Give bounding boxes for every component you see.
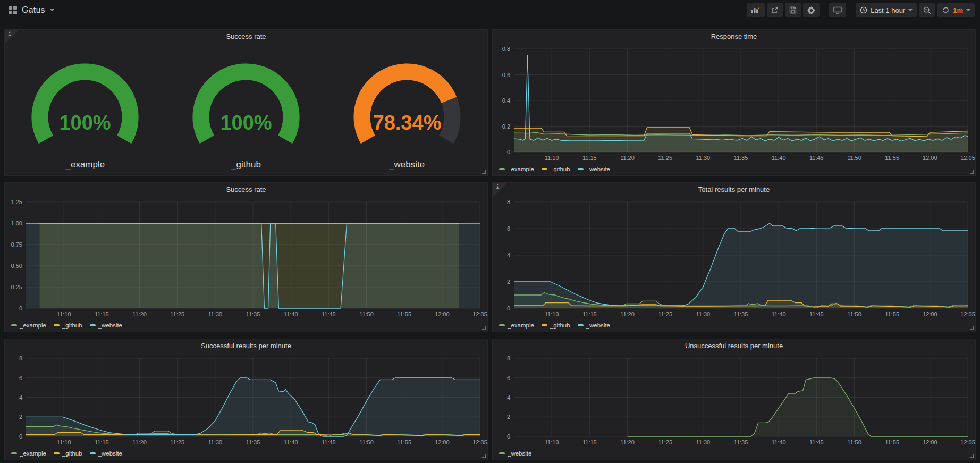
panel-title[interactable]: Success rate — [5, 183, 487, 197]
svg-text:8: 8 — [19, 355, 22, 361]
legend-series-name: _github — [62, 450, 82, 457]
svg-text:8: 8 — [507, 355, 510, 361]
unsuccessful-results-chart[interactable]: 0246811:1011:1511:2011:2511:3011:3511:40… — [495, 353, 973, 447]
legend-item[interactable]: _github — [542, 322, 570, 329]
gauge-label: _example — [65, 159, 105, 170]
svg-text:0: 0 — [19, 433, 22, 440]
svg-text:11:10: 11:10 — [545, 311, 559, 317]
legend-series-color-icon — [499, 452, 505, 454]
panel-title[interactable]: Unsuccessful results per minute — [493, 339, 975, 353]
svg-text:0.8: 0.8 — [502, 46, 510, 52]
svg-text:11:15: 11:15 — [582, 311, 597, 317]
svg-text:12:05: 12:05 — [472, 439, 487, 445]
svg-text:11:45: 11:45 — [809, 439, 824, 445]
gauge: 100%_github — [166, 45, 327, 170]
chart-svg: 0246811:1011:1511:2011:2511:3011:3511:40… — [7, 353, 485, 447]
add-panel-button[interactable] — [747, 3, 765, 17]
info-icon: i — [496, 184, 500, 190]
svg-text:11:25: 11:25 — [658, 311, 672, 317]
tv-mode-button[interactable] — [829, 3, 846, 17]
legend-series-color-icon — [578, 324, 584, 326]
legend-item[interactable]: _website — [90, 322, 122, 329]
save-icon — [789, 6, 797, 14]
legend-item[interactable]: _website — [578, 322, 610, 329]
clock-icon — [860, 6, 867, 14]
legend-item[interactable]: _example — [11, 322, 46, 329]
panel-info-corner[interactable]: i — [493, 183, 507, 197]
legend-item[interactable]: _website — [499, 450, 531, 457]
svg-text:2: 2 — [19, 414, 22, 420]
svg-text:0.50: 0.50 — [11, 263, 22, 269]
dashboard-picker[interactable]: Gatus — [5, 3, 57, 17]
svg-text:11:30: 11:30 — [696, 439, 710, 445]
add-panel-icon — [751, 6, 761, 14]
dashboard-title: Gatus — [22, 5, 45, 15]
svg-text:11:20: 11:20 — [620, 439, 635, 445]
panel-resize-handle[interactable] — [970, 454, 974, 458]
gauge-arc: 100% — [176, 63, 316, 158]
share-button[interactable] — [767, 3, 783, 17]
chart-svg: 0246811:1011:1511:2011:2511:3011:3511:40… — [495, 353, 973, 447]
gauge-arc: 100% — [15, 63, 155, 158]
success-rate-chart[interactable]: 00.250.500.751.001.2511:1011:1511:2011:2… — [7, 197, 485, 319]
chart-svg: 0246811:1011:1511:2011:2511:3011:3511:40… — [495, 197, 973, 319]
legend-item[interactable]: _example — [499, 166, 534, 172]
svg-text:1.25: 1.25 — [11, 199, 22, 205]
svg-text:12:00: 12:00 — [923, 311, 937, 317]
chart-svg: 00.250.500.751.001.2511:1011:1511:2011:2… — [7, 197, 485, 319]
svg-text:11:50: 11:50 — [847, 155, 861, 161]
svg-text:0: 0 — [507, 149, 510, 155]
svg-text:11:20: 11:20 — [132, 311, 147, 317]
svg-text:11:35: 11:35 — [246, 439, 260, 445]
time-range-label: Last 1 hour — [871, 6, 905, 14]
svg-text:11:30: 11:30 — [696, 155, 710, 161]
gauge-label: _website — [389, 159, 425, 170]
refresh-picker[interactable]: 1m — [937, 3, 975, 17]
legend-item[interactable]: _website — [90, 450, 122, 457]
settings-button[interactable] — [803, 3, 820, 17]
panel-title[interactable]: Response time — [493, 30, 975, 44]
panel-title[interactable]: Successful results per minute — [5, 339, 487, 353]
gauge-value: 78.34% — [373, 112, 441, 134]
legend-series-color-icon — [90, 324, 96, 326]
svg-text:11:50: 11:50 — [847, 311, 861, 317]
gauge-value: 100% — [220, 112, 272, 134]
panel-info-corner[interactable]: i — [5, 30, 19, 44]
successful-results-chart[interactable]: 0246811:1011:1511:2011:2511:3011:3511:40… — [7, 353, 485, 447]
svg-text:11:15: 11:15 — [582, 439, 597, 445]
legend-item[interactable]: _example — [499, 322, 534, 329]
refresh-interval-label: 1m — [953, 6, 963, 14]
svg-text:11:25: 11:25 — [658, 439, 672, 445]
panel-resize-handle[interactable] — [482, 170, 486, 174]
response-time-chart[interactable]: 00.20.40.60.811:1011:1511:2011:2511:3011… — [495, 44, 973, 163]
svg-text:11:25: 11:25 — [170, 439, 184, 445]
legend-item[interactable]: _website — [578, 166, 610, 172]
save-button[interactable] — [785, 3, 801, 17]
svg-text:12:05: 12:05 — [472, 311, 487, 317]
panel-resize-handle[interactable] — [970, 326, 974, 330]
time-range-picker[interactable]: Last 1 hour — [856, 3, 917, 17]
legend-item[interactable]: _example — [11, 450, 46, 457]
total-results-chart[interactable]: 0246811:1011:1511:2011:2511:3011:3511:40… — [495, 197, 973, 319]
legend-item[interactable]: _github — [54, 450, 82, 457]
legend-series-color-icon — [542, 168, 547, 170]
legend-item[interactable]: _github — [542, 166, 570, 172]
legend-series-name: _website — [508, 450, 531, 457]
panel-title[interactable]: Success rate — [5, 30, 487, 44]
svg-text:11:10: 11:10 — [545, 155, 559, 161]
svg-text:12:00: 12:00 — [435, 439, 450, 445]
svg-text:11:55: 11:55 — [397, 311, 411, 317]
svg-text:11:15: 11:15 — [95, 439, 109, 445]
svg-text:4: 4 — [19, 394, 22, 401]
svg-text:11:55: 11:55 — [885, 155, 899, 161]
panel-success-rate-graph: Success rate 00.250.500.751.001.2511:101… — [4, 182, 488, 332]
legend-item[interactable]: _github — [54, 322, 82, 329]
panel-title[interactable]: Total results per minute — [493, 183, 975, 197]
panel-resize-handle[interactable] — [482, 326, 486, 330]
svg-text:12:00: 12:00 — [923, 439, 937, 445]
panel-resize-handle[interactable] — [482, 454, 486, 458]
zoom-out-button[interactable] — [919, 3, 935, 17]
svg-text:11:45: 11:45 — [322, 311, 336, 317]
panel-resize-handle[interactable] — [970, 170, 974, 174]
legend-series-name: _github — [550, 166, 570, 172]
